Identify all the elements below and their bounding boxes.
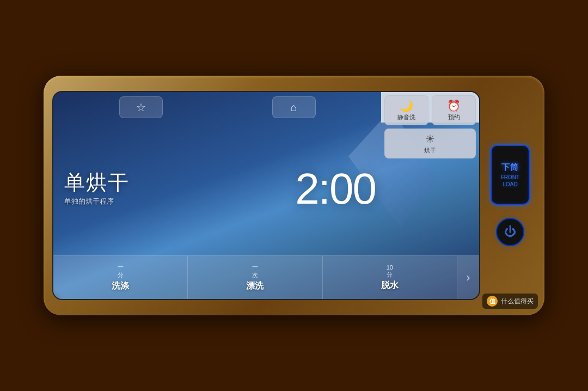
right-panel: 🌙 静音洗 ⏰ 预约 ☀ 烘干 [381,92,479,123]
spin-stat[interactable]: 10 分 脱水 [323,256,457,299]
screen-top-bar: ☆ ⌂ 🌙 静音洗 ⏰ 预约 [53,92,479,123]
appliance-body: ☆ ⌂ 🌙 静音洗 ⏰ 预约 [44,76,544,315]
wash-unit: 分 [118,271,124,279]
right-bottom-row: ☀ 烘干 [384,129,476,158]
favorite-button[interactable]: ☆ [119,96,163,118]
wash-value-top: 一 [118,263,124,271]
time-display: 2:00 [295,164,376,214]
spin-value-top: 10 [387,264,393,271]
screen-bottom-bar: 一 分 洗涤 一 次 漂洗 10 分 脱水 › [53,255,479,299]
rinse-value-top: 一 [252,263,258,271]
clock-icon: ⏰ [447,99,461,112]
screen-left-area: ☆ ⌂ [53,92,381,123]
power-button[interactable]: ⏻ [496,218,524,246]
sun-icon: ☀ [425,132,435,145]
dry-label: 烘干 [424,146,436,155]
silent-wash-label: 静音洗 [397,113,415,121]
power-icon: ⏻ [504,225,516,239]
rinse-label: 漂洗 [246,280,264,292]
home-icon: ⌂ [290,101,297,114]
rinse-unit: 次 [252,271,258,279]
wash-label: 洗涤 [112,280,129,292]
home-button[interactable]: ⌂ [272,96,316,118]
wash-stat[interactable]: 一 分 洗涤 [53,256,188,299]
watermark-icon: 值 [487,296,498,307]
bottom-arrow[interactable]: › [457,256,479,299]
watermark: 值 什么值得买 [482,294,538,309]
screen: ☆ ⌂ 🌙 静音洗 ⏰ 预约 [53,92,479,299]
schedule-button[interactable]: ⏰ 预约 [432,95,476,125]
screen-bezel: ☆ ⌂ 🌙 静音洗 ⏰ 预约 [53,92,479,299]
mode-subtitle: 单独的烘干程序 [64,197,468,206]
star-icon: ☆ [136,101,146,114]
dry-button[interactable]: ☀ 烘干 [384,129,476,158]
moon-icon: 🌙 [400,99,413,112]
right-side-panel: 下筒 FRONTLOAD ⏻ [486,85,535,306]
mode-title: 单烘干 [64,172,468,194]
spin-unit: 分 [387,271,393,279]
mode-en-label: FRONTLOAD [501,174,519,188]
rinse-stat[interactable]: 一 次 漂洗 [188,256,322,299]
mode-cn-label: 下筒 [501,162,519,173]
schedule-label: 预约 [448,113,460,121]
spin-label: 脱水 [381,280,399,291]
watermark-text: 什么值得买 [501,297,534,306]
mode-selector-button[interactable]: 下筒 FRONTLOAD [491,145,530,205]
silent-wash-button[interactable]: 🌙 静音洗 [384,95,428,125]
right-top-row: 🌙 静音洗 ⏰ 预约 [384,95,476,125]
